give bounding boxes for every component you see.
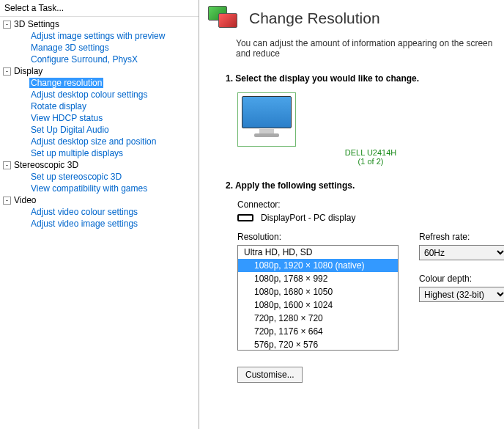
resolution-listbox[interactable]: Ultra HD, HD, SD1080p, 1920 × 1080 (nati… <box>237 245 399 351</box>
tree-group-label: Video <box>14 195 36 205</box>
tree-item[interactable]: Change resolution <box>9 77 199 89</box>
resolution-option[interactable]: 1080p, 1920 × 1080 (native) <box>238 259 398 272</box>
collapse-icon[interactable]: - <box>3 21 11 29</box>
resolution-option[interactable]: 1080p, 1600 × 1024 <box>238 298 398 312</box>
tree-group-label: Display <box>14 66 42 76</box>
tree-item-label[interactable]: Manage 3D settings <box>29 43 111 53</box>
monitor-index: (1 of 2) <box>237 157 504 166</box>
tree-item[interactable]: Adjust desktop size and position <box>9 136 199 147</box>
step1-label: 1. Select the display you would like to … <box>226 73 504 84</box>
tree-item[interactable]: View compatibility with games <box>9 183 199 194</box>
tree-item-label[interactable]: View compatibility with games <box>29 183 149 194</box>
tree-group[interactable]: -Video <box>0 194 199 206</box>
resolution-option[interactable]: 720p, 1280 × 720 <box>238 312 398 325</box>
tree-group-label: 3D Settings <box>14 19 59 29</box>
monitor-icon <box>242 96 292 128</box>
collapse-icon[interactable]: - <box>3 161 11 169</box>
tree-group[interactable]: -Stereoscopic 3D <box>0 159 199 171</box>
tree-item[interactable]: Manage 3D settings <box>9 42 199 54</box>
step2-label: 2. Apply the following settings. <box>226 180 504 191</box>
resolution-icon <box>208 6 240 31</box>
resolution-option[interactable]: 720p, 1176 × 664 <box>238 325 398 338</box>
tree-item-label[interactable]: Set up stereoscopic 3D <box>29 172 123 182</box>
sidebar: Select a Task... -3D SettingsAdjust imag… <box>0 0 199 429</box>
displayport-icon <box>237 214 253 221</box>
tree-item-label[interactable]: View HDCP status <box>29 113 104 123</box>
customise-button[interactable]: Customise... <box>237 367 303 383</box>
tree-item[interactable]: Set up multiple displays <box>9 147 199 159</box>
tree-group-label: Stereoscopic 3D <box>14 160 78 170</box>
tree-item-label[interactable]: Adjust video image settings <box>29 219 139 229</box>
tree-item[interactable]: Configure Surround, PhysX <box>9 54 199 65</box>
resolution-group-header: Ultra HD, HD, SD <box>238 246 398 259</box>
refresh-select[interactable]: 60Hz <box>419 245 504 260</box>
page-description: You can adjust the amount of information… <box>199 35 504 66</box>
tree-item-label[interactable]: Adjust desktop size and position <box>29 136 158 147</box>
tree-item[interactable]: View HDCP status <box>9 112 199 124</box>
resolution-option[interactable]: 576p, 720 × 576 <box>238 338 398 351</box>
tree-item[interactable]: Set up stereoscopic 3D <box>9 171 199 183</box>
collapse-icon[interactable]: - <box>3 197 11 205</box>
resolution-label: Resolution: <box>237 232 399 242</box>
tree-item-label[interactable]: Rotate display <box>29 101 88 111</box>
sidebar-header: Select a Task... <box>0 0 199 17</box>
task-tree: -3D SettingsAdjust image settings with p… <box>0 17 199 429</box>
refresh-label: Refresh rate: <box>419 232 504 242</box>
tree-item-label[interactable]: Adjust image settings with preview <box>29 31 166 41</box>
tree-item-label[interactable]: Adjust desktop colour settings <box>29 89 149 100</box>
monitor-selector[interactable]: DELL U2414H (1 of 2) <box>237 92 504 166</box>
tree-item-label[interactable]: Change resolution <box>29 78 103 88</box>
monitor-name: DELL U2414H <box>237 148 504 157</box>
tree-group[interactable]: -3D Settings <box>0 18 199 30</box>
depth-label: Colour depth: <box>419 274 504 284</box>
tree-item[interactable]: Adjust video colour settings <box>9 206 199 218</box>
connector-label: Connector: <box>237 199 504 210</box>
tree-item-label[interactable]: Set up multiple displays <box>29 148 125 158</box>
tree-item-label[interactable]: Configure Surround, PhysX <box>29 54 139 65</box>
resolution-option[interactable]: 1080p, 1680 × 1050 <box>238 285 398 298</box>
depth-select[interactable]: Highest (32-bit) <box>419 287 504 302</box>
collapse-icon[interactable]: - <box>3 67 11 76</box>
connector-value: DisplayPort - PC display <box>261 213 355 223</box>
tree-item[interactable]: Set Up Digital Audio <box>9 124 199 136</box>
tree-group[interactable]: -Display <box>0 65 199 77</box>
resolution-option[interactable]: 1080p, 1768 × 992 <box>238 272 398 285</box>
tree-item-label[interactable]: Adjust video colour settings <box>29 207 139 217</box>
tree-item[interactable]: Rotate display <box>9 100 199 112</box>
tree-item-label[interactable]: Set Up Digital Audio <box>29 125 111 135</box>
tree-item[interactable]: Adjust desktop colour settings <box>9 89 199 100</box>
tree-item[interactable]: Adjust video image settings <box>9 218 199 230</box>
page-title: Change Resolution <box>249 10 380 27</box>
tree-item[interactable]: Adjust image settings with preview <box>9 30 199 42</box>
main-panel: Change Resolution You can adjust the amo… <box>199 0 504 429</box>
